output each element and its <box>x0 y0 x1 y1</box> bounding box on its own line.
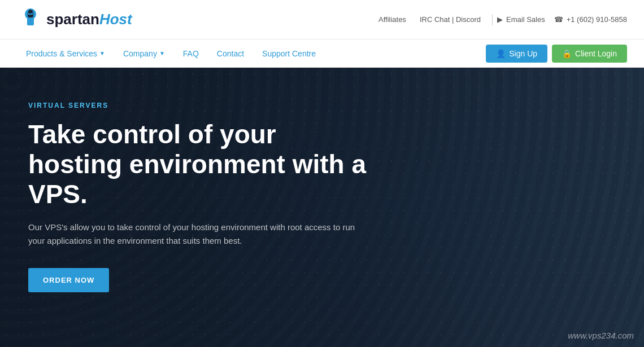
hero-subtitle: VIRTUAL SERVERS <box>28 102 367 109</box>
email-sales-link[interactable]: ▶ Email Sales <box>497 15 545 24</box>
svg-rect-5 <box>28 15 33 17</box>
logo-text: spartanHost <box>46 11 132 28</box>
affiliates-link[interactable]: Affiliates <box>372 15 413 24</box>
order-now-button[interactable]: ORDER NOW <box>28 268 109 292</box>
client-login-button[interactable]: 🔒 Client Login <box>552 45 627 63</box>
nav-bar: Products & Services ▼ Company ▼ FAQ Cont… <box>0 39 644 68</box>
hero-content: VIRTUAL SERVERS Take control of your hos… <box>0 68 395 326</box>
hero-description: Our VPS's allow you to take control of y… <box>28 221 367 248</box>
hero-section: VIRTUAL SERVERS Take control of your hos… <box>0 68 644 347</box>
svg-rect-2 <box>27 17 34 25</box>
phone-link[interactable]: ☎ +1 (602) 910-5858 <box>554 15 627 24</box>
contact-info: ▶ Email Sales ☎ +1 (602) 910-5858 <box>497 15 627 24</box>
user-icon: 👤 <box>496 49 506 58</box>
nav-company[interactable]: Company ▼ <box>114 39 174 67</box>
chevron-down-icon: ▼ <box>99 50 105 56</box>
top-navigation-links: Affiliates IRC Chat | Discord ▶ Email Sa… <box>372 14 627 25</box>
signup-button[interactable]: 👤 Sign Up <box>486 45 547 63</box>
logo-icon <box>17 6 44 33</box>
hero-title: Take control of your hosting environment… <box>28 120 367 209</box>
nav-links: Products & Services ▼ Company ▼ FAQ Cont… <box>17 39 325 67</box>
chevron-down-icon: ▼ <box>159 50 165 56</box>
lock-icon: 🔒 <box>562 49 572 58</box>
top-bar: spartanHost Affiliates IRC Chat | Discor… <box>0 0 644 39</box>
nav-contact[interactable]: Contact <box>208 39 253 67</box>
nav-actions: 👤 Sign Up 🔒 Client Login <box>486 45 627 63</box>
nav-products-services[interactable]: Products & Services ▼ <box>17 39 114 67</box>
watermark: www.vps234.com <box>568 331 634 340</box>
send-icon: ▶ <box>497 15 503 24</box>
nav-faq[interactable]: FAQ <box>174 39 208 67</box>
nav-support-centre[interactable]: Support Centre <box>253 39 325 67</box>
svg-point-4 <box>28 10 33 14</box>
logo[interactable]: spartanHost <box>17 6 132 33</box>
vertical-divider <box>492 14 493 25</box>
irc-discord-link[interactable]: IRC Chat | Discord <box>413 15 488 24</box>
phone-icon: ☎ <box>554 15 563 24</box>
